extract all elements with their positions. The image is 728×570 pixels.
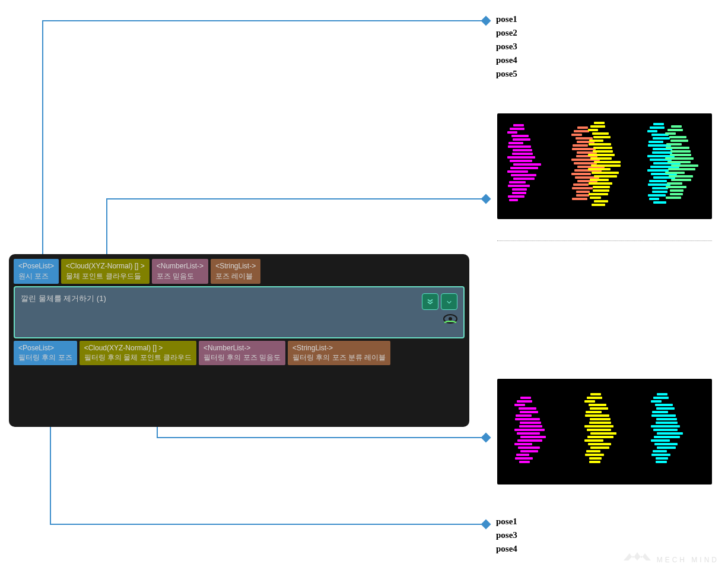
watermark-text: MECH MIND — [657, 556, 719, 564]
output-port-stringlist[interactable]: <StringList-> 필터링 후의 포즈 분류 레이블 — [288, 341, 390, 366]
output-cloud-preview — [497, 379, 712, 484]
pose-item: pose2 — [496, 27, 517, 39]
cloud-object — [654, 393, 683, 463]
port-label: 물체 포인트 클라우드들 — [66, 271, 145, 281]
output-pose-list: pose1 pose3 pose4 — [496, 514, 517, 556]
input-port-row: <PoseList> 원시 포즈 <Cloud(XYZ-Normal) [] >… — [14, 259, 465, 284]
cloud-object — [517, 397, 546, 463]
eye-icon — [443, 314, 457, 324]
visibility-icon[interactable] — [443, 314, 457, 324]
port-label: 원시 포즈 — [18, 271, 54, 281]
node-body[interactable]: 깔린 물체를 제거하기 (1) — [14, 286, 465, 338]
input-port-numberlist[interactable]: <NumberList-> 포즈 믿음도 — [152, 259, 208, 284]
cloud-object — [591, 122, 621, 206]
arrow-down-icon — [445, 297, 453, 306]
section-divider — [497, 240, 712, 241]
port-type: <NumberList-> — [204, 343, 281, 353]
pose-item: pose3 — [496, 40, 517, 53]
input-pose-list: pose1 pose2 pose3 pose4 pose5 — [496, 12, 517, 81]
pose-item: pose5 — [496, 68, 517, 80]
port-label: 포즈 레이블 — [215, 271, 256, 281]
port-type: <Cloud(XYZ-Normal) [] > — [84, 343, 192, 353]
diamond-marker — [481, 520, 491, 530]
cloud-object — [510, 124, 541, 201]
input-port-cloud[interactable]: <Cloud(XYZ-Normal) [] > 물체 포인트 클라우드들 — [61, 259, 150, 284]
pose-item: pose3 — [496, 529, 517, 542]
port-label: 포즈 믿음도 — [157, 271, 204, 281]
input-port-poselist[interactable]: <PoseList> 원시 포즈 — [14, 259, 59, 284]
port-type: <StringList-> — [293, 343, 386, 353]
diamond-marker — [481, 16, 491, 26]
output-port-row: <PoseList> 필터링 후의 포즈 <Cloud(XYZ-Normal) … — [14, 341, 465, 366]
pose-item: pose1 — [496, 515, 517, 528]
input-port-stringlist[interactable]: <StringList-> 포즈 레이블 — [211, 259, 260, 284]
port-type: <PoseList> — [18, 343, 72, 353]
port-type: <Cloud(XYZ-Normal) [] > — [66, 261, 145, 271]
input-cloud-preview — [497, 113, 712, 219]
logo-icon — [622, 550, 652, 564]
output-port-poselist[interactable]: <PoseList> 필터링 후의 포즈 — [14, 341, 77, 366]
pose-item: pose4 — [496, 54, 517, 66]
svg-point-1 — [449, 317, 452, 321]
output-port-numberlist[interactable]: <NumberList-> 필터링 후의 포즈 믿음도 — [199, 341, 285, 366]
output-port-cloud[interactable]: <Cloud(XYZ-Normal) [] > 필터링 후의 물체 포인트 클라… — [80, 341, 196, 366]
node-panel: <PoseList> 원시 포즈 <Cloud(XYZ-Normal) [] >… — [9, 254, 469, 427]
port-label: 필터링 후의 포즈 믿음도 — [204, 353, 281, 363]
watermark: MECH MIND — [622, 550, 719, 564]
port-type: <StringList-> — [215, 261, 256, 271]
diamond-marker — [481, 433, 491, 443]
port-label: 필터링 후의 물체 포인트 클라우드 — [84, 353, 192, 363]
port-type: <PoseList> — [18, 261, 54, 271]
port-label: 필터링 후의 포즈 분류 레이블 — [293, 353, 386, 363]
node-title: 깔린 물체를 제거하기 (1) — [21, 293, 106, 304]
pose-item: pose1 — [496, 13, 517, 26]
cloud-object — [668, 125, 698, 199]
diamond-marker — [481, 194, 491, 204]
expand-down-button[interactable] — [422, 293, 438, 310]
port-type: <NumberList-> — [157, 261, 204, 271]
cloud-object — [587, 393, 616, 463]
port-label: 필터링 후의 포즈 — [18, 353, 72, 363]
execute-button[interactable] — [441, 293, 457, 310]
double-chevron-down-icon — [426, 297, 434, 306]
pose-item: pose4 — [496, 543, 517, 555]
